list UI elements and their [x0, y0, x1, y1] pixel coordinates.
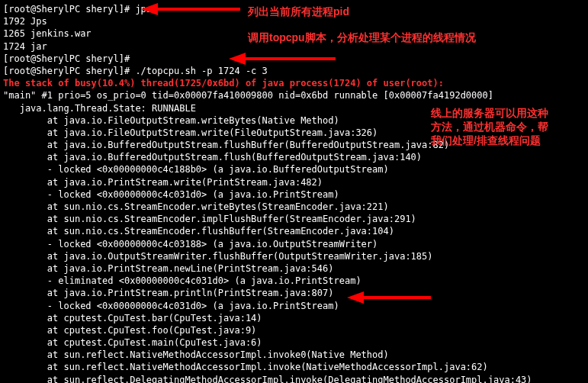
stack-frame: at cputest.CpuTest.bar(CpuTest.java:14): [3, 312, 585, 324]
stack-frame: at sun.reflect.DelegatingMethodAccessorI…: [3, 374, 585, 383]
stack-frame: - eliminated <0x00000000c4c031d0> (a jav…: [3, 275, 585, 287]
stack-frame: at sun.reflect.NativeMethodAccessorImpl.…: [3, 361, 585, 373]
annotation-line: 方法，通过机器命令，帮: [431, 120, 548, 134]
stack-frame: at sun.nio.cs.StreamEncoder.writeBytes(S…: [3, 201, 585, 213]
annotation-text: 线上的服务器可以用这种 方法，通过机器命令，帮 我们处理/排查线程问题: [431, 106, 548, 148]
stack-frame: at java.io.PrintStream.write(PrintStream…: [3, 176, 585, 188]
stack-frame: at cputest.CpuTest.foo(CpuTest.java:9): [3, 324, 585, 336]
stack-frame: at java.io.BufferedOutputStream.flush(Bu…: [3, 151, 585, 163]
stack-frame: - locked <0x00000000c4c031d0> (a java.io…: [3, 188, 585, 201]
annotation-line: 我们处理/排查线程问题: [431, 134, 548, 147]
prompt-line[interactable]: [root@SherylPC sheryl]#: [3, 53, 585, 65]
annotation-text: 列出当前所有进程pid: [248, 5, 349, 19]
summary-line: The stack of busy(10.4%) thread(1725/0x6…: [3, 77, 585, 89]
stack-frame: at sun.nio.cs.StreamEncoder.flushBuffer(…: [3, 225, 585, 237]
stack-frame: at cputest.CpuTest.main(CpuTest.java:6): [3, 336, 585, 349]
stack-frame: at sun.reflect.NativeMethodAccessorImpl.…: [3, 349, 585, 361]
stack-frame: - locked <0x00000000c4c031d0> (a java.io…: [3, 300, 585, 312]
stack-frame: at sun.nio.cs.StreamEncoder.implFlushBuf…: [3, 213, 585, 225]
thread-header: "main" #1 prio=5 os_prio=0 tid=0x00007fa…: [3, 89, 585, 101]
stack-frame: at java.io.OutputStreamWriter.flushBuffe…: [3, 250, 585, 262]
stack-frame: at java.io.PrintStream.println(PrintStre…: [3, 287, 585, 299]
stack-frame: - locked <0x00000000c4c188b0> (a java.io…: [3, 163, 585, 175]
annotation-line: 线上的服务器可以用这种: [431, 106, 548, 120]
terminal-output: [root@SherylPC sheryl]# jps 1792 Jps 126…: [3, 3, 585, 383]
stack-frame: - locked <0x00000000c4c03188> (a java.io…: [3, 238, 585, 250]
stack-trace: at java.io.FileOutputStream.writeBytes(N…: [3, 114, 585, 383]
annotation-text: 调用topcpu脚本，分析处理某个进程的线程情况: [248, 31, 476, 45]
stack-frame: at java.io.PrintStream.newLine(PrintStre…: [3, 262, 585, 275]
prompt-line[interactable]: [root@SherylPC sheryl]# ./topcpu.sh -p 1…: [3, 65, 585, 77]
